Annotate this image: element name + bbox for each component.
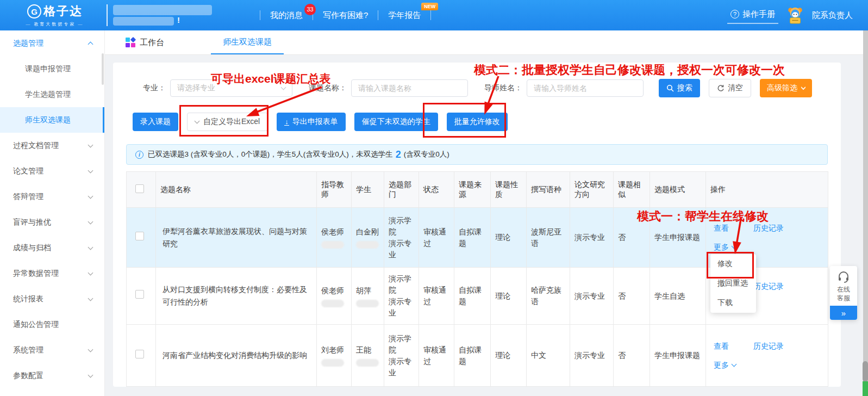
tutor-name-label: 导师姓名： [484,83,522,93]
student-cell: 王能 [352,325,384,387]
annotation-rect-batch-allow [423,103,506,138]
col-topic-name: 选题名称 [156,172,317,208]
col-operations: 操作 [706,172,828,208]
annotation-excel-note: 可导出excel课题汇总表 [211,71,331,86]
history-link[interactable]: 历史记录 [753,341,784,352]
mascot-avatar[interactable] [786,6,804,24]
page-scrollbar-green-segment[interactable] [863,381,868,396]
col-nature: 课题性质 [491,172,527,208]
sidebar-item-blind-review[interactable]: 盲评与推优 [0,209,104,235]
more-link[interactable]: 更多 [714,242,729,253]
info-icon: i [135,151,143,159]
table-row: 河南省产业结构变化对消费结构升级的影响 刘老师 王能 演示学院演示专业 审核通过… [127,325,828,387]
messages-link[interactable]: 我的消息 33 [260,10,313,21]
language-cell: 哈萨克族语 [527,268,570,325]
user-role[interactable]: 院系负责人 [812,10,853,21]
sidebar-item-process-docs[interactable]: 过程文档管理 [0,133,104,158]
direction-cell: 演示专业 [570,325,614,387]
nature-cell: 理论 [491,268,527,325]
chevron-down-icon [732,244,737,249]
refresh-icon [717,84,725,92]
tab-workbench[interactable]: 工作台 [126,30,164,54]
col-teacher: 指导教师 [317,172,352,208]
search-button[interactable]: 搜索 [659,79,700,97]
logo-subtitle: 教育大数据专家 [9,21,101,27]
customer-service-widget[interactable]: 在线客服 » [830,266,857,320]
new-badge: NEW [421,3,438,10]
row-checkbox[interactable] [135,290,144,299]
history-link[interactable]: 历史记录 [753,281,784,292]
source-cell: 自拟课题 [454,208,491,268]
row-checkbox[interactable] [135,350,144,358]
operations-cell: 查看 历史记录 更多 [706,325,828,387]
mode-cell: 学生申报课题 [650,325,706,387]
question-icon: ? [730,10,739,18]
sidebar-item-statistics[interactable]: 统计报表 [0,286,104,312]
header-divider [107,4,108,26]
similarity-cell: 否 [614,325,650,387]
col-department: 选题部门 [384,172,419,208]
teacher-cell: 侯老师 [317,208,352,268]
annual-report-link[interactable]: 学年报告 NEW [378,10,430,21]
download-icon: ↓ [284,119,289,126]
add-topic-button[interactable]: 录入课题 [133,113,178,131]
col-status: 状态 [419,172,454,208]
sidebar-item-grades-archive[interactable]: 成绩与归档 [0,235,104,261]
annotation-mode1-note: 模式一：帮学生在线修改 [637,208,769,225]
view-link[interactable]: 查看 [714,341,729,352]
summary-text-before: 已双选课题3 (含双专业0人，0个课题)，学生5人(含双专业0人)，未双选学生 [148,150,393,159]
mode-cell: 学生自选 [650,268,706,325]
tab-mutual-selection[interactable]: 师生双选课题 [211,30,284,54]
sidebar-item-abnormal-data[interactable]: 异常数据管理 [0,261,104,286]
teacher-cell: 侯老师 [317,268,352,325]
header-nav: 我的消息 33 写作有困难? 学年报告 NEW [260,0,431,30]
language-cell: 中文 [527,325,570,387]
select-all-checkbox[interactable] [135,184,144,193]
sidebar-item-topic-declaration[interactable]: 课题申报管理 [0,56,104,82]
sidebar-item-parameters[interactable]: 参数配置 [0,363,104,388]
row-checkbox[interactable] [135,232,144,240]
chevron-down-icon [732,362,737,367]
sidebar-item-defense[interactable]: 答辩管理 [0,184,104,209]
export-declaration-form-button[interactable]: ↓ 导出申报表单 [277,113,346,131]
topic-name-input[interactable] [351,79,468,97]
summary-text-after: (含双专业0人) [404,150,449,159]
sidebar-item-system[interactable]: 系统管理 [0,337,104,363]
sidebar-item-topic-management[interactable]: 选题管理 [0,30,104,56]
annotation-rect-export-excel [179,105,268,137]
col-student: 学生 [352,172,384,208]
redacted-name [321,241,344,249]
headset-icon [837,270,850,283]
tutor-name-input[interactable] [527,79,644,97]
menu-item-download[interactable]: 下载 [710,293,756,313]
chevron-down-icon [88,346,93,352]
annotation-rect-modify [707,252,754,279]
topic-title: 河南省产业结构变化对消费结构升级的影响 [156,325,317,387]
sidebar-item-thesis[interactable]: 论文管理 [0,158,104,184]
page-scrollbar-thumb[interactable] [863,361,868,382]
advanced-filter-button[interactable]: 高级筛选 [760,79,812,97]
col-selection-mode: 选题模式 [650,172,706,208]
clear-button[interactable]: 清空 [709,79,751,97]
language-cell: 波斯尼亚语 [527,208,570,268]
table-header-row: 选题名称 指导教师 学生 选题部门 状态 课题来源 课题性质 撰写语种 论文研究… [127,172,828,208]
service-expand-button[interactable]: » [830,306,857,320]
sidebar-scrollbar[interactable] [102,53,104,85]
workbench-grid-icon [126,38,135,47]
chevron-down-icon [88,244,93,250]
sidebar-item-announcements[interactable]: 通知公告管理 [0,312,104,337]
student-cell: 白金刚 [352,208,384,268]
chevron-down-icon [88,193,93,199]
chevron-down-icon [88,168,93,173]
writing-help-link[interactable]: 写作有困难? [313,10,378,21]
chevron-up-icon [88,41,93,47]
redacted-name [321,300,344,307]
page-scrollbar-track[interactable] [863,30,868,396]
manual-link[interactable]: ? 操作手册 [727,7,778,24]
header-right: ? 操作手册 院系负责人 [727,0,853,30]
status-cell: 审核通过 [419,268,454,325]
sidebar-item-mutual-selection[interactable]: 师生双选课题 [0,107,104,133]
more-link[interactable]: 更多 [714,360,729,371]
sidebar-item-student-topic[interactable]: 学生选题管理 [0,82,104,107]
status-cell: 审核通过 [419,325,454,387]
